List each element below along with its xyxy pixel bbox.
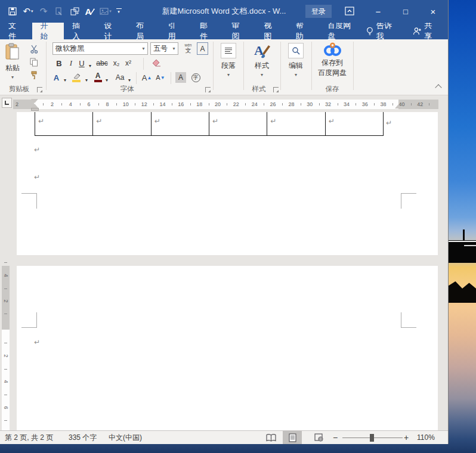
table-cell[interactable]: ↵: [151, 112, 209, 135]
strikethrough-button[interactable]: abc: [94, 57, 110, 69]
vruler-number: 6: [2, 395, 10, 421]
ribbon-tab[interactable]: 设计: [96, 23, 128, 39]
ribbon-tab[interactable]: 帮助: [288, 23, 320, 39]
italic-button[interactable]: I: [67, 57, 75, 69]
zoom-level[interactable]: 110%: [417, 431, 435, 444]
text-effects-button[interactable]: A: [51, 72, 61, 83]
save-icon[interactable]: [5, 3, 20, 20]
styles-label: 样式: [255, 61, 269, 71]
share-button[interactable]: 共享: [413, 20, 440, 42]
zoom-slider-thumb[interactable]: [370, 434, 374, 442]
close-button[interactable]: ×: [422, 0, 444, 23]
cut-button[interactable]: [27, 43, 41, 55]
page-indicator[interactable]: 第 2 页, 共 2 页: [5, 431, 53, 444]
font-family-combo[interactable]: 微软雅黑 ▾: [52, 42, 148, 55]
paragraph-menu-button[interactable]: 段落 ▾: [214, 43, 243, 77]
superscript-button[interactable]: x²: [123, 57, 134, 69]
clipboard-dialog-launcher-icon[interactable]: [37, 87, 42, 92]
table-cell[interactable]: ↵: [325, 112, 383, 135]
ribbon-tab[interactable]: 文件: [0, 23, 32, 39]
tab-selector[interactable]: [2, 98, 12, 108]
print-layout-button[interactable]: [283, 431, 302, 444]
ribbon-tabs: 文件开始插入设计布局引用邮件审阅视图帮助百度网盘: [0, 23, 366, 39]
sign-in-button[interactable]: 登录: [305, 5, 332, 18]
ribbon-tab[interactable]: 百度网盘: [319, 23, 366, 39]
copy-button[interactable]: [27, 56, 41, 68]
horizontal-ruler[interactable]: 2 24681012141618202224262830323436384042: [0, 95, 448, 112]
shrink-font-button[interactable]: A▼: [155, 72, 166, 83]
highlight-color-button[interactable]: [70, 72, 82, 83]
ribbon-tab[interactable]: 邮件: [191, 23, 224, 39]
subscript-button[interactable]: x₂: [111, 57, 122, 69]
underline-button[interactable]: U: [78, 57, 86, 69]
ribbon-tab[interactable]: 引用: [160, 23, 192, 39]
font-size-dropdown-icon[interactable]: ▾: [170, 46, 178, 51]
web-layout-button[interactable]: [309, 431, 328, 444]
hanging-indent-marker[interactable]: [31, 104, 38, 108]
styles-dialog-launcher-icon[interactable]: [273, 87, 279, 92]
switch-windows-icon[interactable]: [67, 3, 82, 20]
right-indent-marker[interactable]: [395, 104, 402, 108]
format-painter-button[interactable]: [27, 69, 41, 81]
collapse-ribbon-icon[interactable]: [435, 84, 441, 91]
font-family-dropdown-icon[interactable]: ▾: [140, 46, 147, 51]
document-table[interactable]: ↵↵↵↵↵↵: [35, 112, 384, 136]
ribbon-display-options-icon[interactable]: [345, 7, 354, 15]
read-mode-icon: [266, 434, 276, 442]
text-boundary-corner: [21, 193, 37, 209]
zoom-in-button[interactable]: +: [404, 431, 409, 444]
font-dialog-launcher-icon[interactable]: [205, 87, 211, 92]
tell-me-button[interactable]: 告诉我: [366, 20, 399, 42]
first-line-indent-marker[interactable]: [31, 99, 38, 103]
highlight-dropdown-icon[interactable]: ▾: [84, 74, 89, 86]
language-indicator[interactable]: 中文(中国): [109, 431, 142, 444]
bold-button[interactable]: B: [54, 57, 64, 69]
left-indent-marker[interactable]: [31, 108, 39, 111]
phonetic-guide-button[interactable]: wén 文: [182, 42, 194, 55]
font-color-button[interactable]: A: [93, 71, 103, 83]
ribbon-tab[interactable]: 插入: [64, 23, 96, 39]
text-effects-dropdown-icon[interactable]: ▾: [62, 74, 68, 86]
left-tab-icon: [5, 101, 9, 105]
ruler-number: 26: [264, 100, 282, 109]
customize-qat-icon[interactable]: ▾: [113, 3, 124, 20]
table-cell[interactable]: ↵: [267, 112, 324, 135]
page-1[interactable]: ↵↵↵↵↵↵ ↵ ↵ ↵: [17, 112, 438, 255]
font-style-icon[interactable]: A: [82, 3, 98, 20]
clipboard-icon: [5, 43, 20, 61]
grow-font-button[interactable]: A▲: [141, 72, 153, 83]
page-2[interactable]: ↵: [17, 266, 438, 430]
document-area[interactable]: ↵↵↵↵↵↵ ↵ ↵ ↵ ↵ 42 246: [0, 112, 448, 430]
bridge-silhouette: [449, 240, 476, 263]
character-shading-button[interactable]: A: [175, 72, 186, 83]
styles-menu-button[interactable]: A 样式 ▾: [243, 42, 280, 77]
underline-dropdown-icon[interactable]: ▾: [87, 60, 93, 72]
ribbon-tab[interactable]: 布局: [128, 23, 160, 39]
save-to-baidu-button[interactable]: 保存到 百度网盘: [311, 42, 353, 78]
paste-button[interactable]: 粘贴 ▾: [5, 43, 20, 80]
table-cell[interactable]: ↵: [92, 112, 150, 135]
change-case-button[interactable]: Aa: [113, 72, 126, 83]
maximize-button[interactable]: □: [395, 0, 416, 23]
table-cell[interactable]: ↵: [209, 112, 267, 135]
ribbon-tab[interactable]: 审阅: [224, 23, 256, 39]
editing-menu-button[interactable]: 编辑 ▾: [280, 43, 311, 77]
character-border-button[interactable]: A: [197, 42, 208, 55]
vertical-ruler[interactable]: 42 246: [2, 266, 10, 430]
change-case-dropdown-icon[interactable]: ▾: [126, 74, 132, 86]
vruler-lower-numbers: 246: [2, 343, 10, 421]
ribbon-tab[interactable]: 视图: [255, 23, 288, 39]
word-count[interactable]: 335 个字: [69, 431, 97, 444]
table-cell[interactable]: ↵: [35, 112, 92, 135]
font-color-dropdown-icon[interactable]: ▾: [104, 74, 110, 86]
enclose-characters-button[interactable]: 字: [190, 72, 202, 83]
undo-caret-icon[interactable]: ▾: [31, 9, 33, 14]
read-mode-button[interactable]: [261, 431, 280, 444]
paste-caret-icon[interactable]: ▾: [11, 75, 14, 80]
undo-icon[interactable]: ↶▾: [20, 3, 36, 20]
minimize-button[interactable]: −: [367, 0, 389, 23]
clear-formatting-button[interactable]: [149, 57, 163, 69]
ribbon-tab[interactable]: 开始: [32, 23, 64, 39]
font-size-combo[interactable]: 五号 ▾: [150, 42, 178, 55]
zoom-out-button[interactable]: −: [333, 431, 338, 444]
